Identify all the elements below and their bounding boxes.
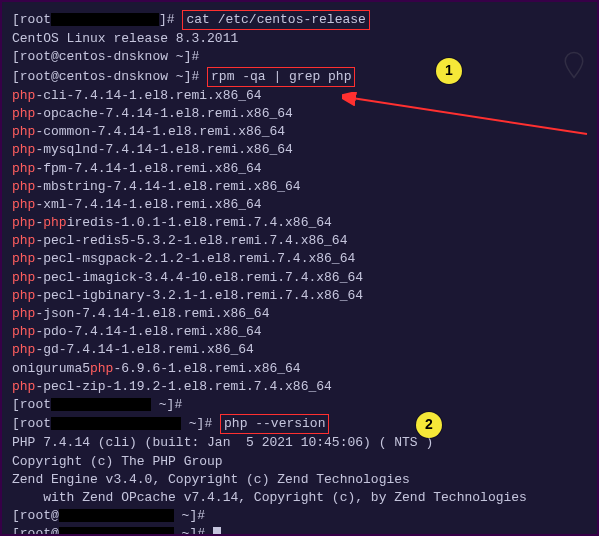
marker-2-icon: 2 — [416, 412, 442, 438]
cmd-rpm-grep: rpm -qa | grep php — [207, 67, 355, 87]
cmd-php-version: php --version — [220, 414, 329, 434]
pkg-line-oniguruma: oniguruma5php-6.9.6-1.el8.remi.x86_64 — [12, 360, 587, 378]
redacted-host — [59, 509, 174, 522]
line-php-ver-3: Zend Engine v3.4.0, Copyright (c) Zend T… — [12, 471, 587, 489]
line-cat-release: [root]# cat /etc/centos-release — [12, 10, 587, 30]
line-php-ver-1: PHP 7.4.14 (cli) (built: Jan 5 2021 10:4… — [12, 434, 587, 452]
watermark-icon — [559, 50, 589, 89]
line-prompt-final-1: [root@ ~]# — [12, 507, 587, 525]
line-prompt-short-1: [root ~]# — [12, 396, 587, 414]
line-php-version: [root ~]# php --version — [12, 414, 587, 434]
redacted-host — [59, 527, 174, 536]
terminal-output: [root]# cat /etc/centos-release CentOS L… — [2, 2, 597, 536]
redacted-host — [51, 398, 151, 411]
pkg-line: php-fpm-7.4.14-1.el8.remi.x86_64 — [12, 160, 587, 178]
pkg-line: php-pecl-imagick-3.4.4-10.el8.remi.7.4.x… — [12, 269, 587, 287]
line-centos-release: CentOS Linux release 8.3.2011 — [12, 30, 587, 48]
line-rpm-grep: [root@centos-dnsknow ~]# rpm -qa | grep … — [12, 67, 587, 87]
pkg-line: php-pecl-redis5-5.3.2-1.el8.remi.7.4.x86… — [12, 232, 587, 250]
pkg-line: php-opcache-7.4.14-1.el8.remi.x86_64 — [12, 105, 587, 123]
pkg-line: php-common-7.4.14-1.el8.remi.x86_64 — [12, 123, 587, 141]
redacted-host — [51, 13, 159, 26]
cursor-icon — [213, 527, 221, 536]
pkg-line: php-mbstring-7.4.14-1.el8.remi.x86_64 — [12, 178, 587, 196]
pkg-line: php-pecl-zip-1.19.2-1.el8.remi.7.4.x86_6… — [12, 378, 587, 396]
line-php-ver-4: with Zend OPcache v7.4.14, Copyright (c)… — [12, 489, 587, 507]
redacted-host — [51, 417, 181, 430]
line-php-ver-2: Copyright (c) The PHP Group — [12, 453, 587, 471]
pkg-line: php-cli-7.4.14-1.el8.remi.x86_64 — [12, 87, 587, 105]
line-prompt-final-2[interactable]: [root@ ~]# — [12, 525, 587, 536]
pkg-line: php-pecl-igbinary-3.2.1-1.el8.remi.7.4.x… — [12, 287, 587, 305]
pkg-line: php-pecl-msgpack-2.1.2-1.el8.remi.7.4.x8… — [12, 250, 587, 268]
pkg-line: php-pdo-7.4.14-1.el8.remi.x86_64 — [12, 323, 587, 341]
marker-1-icon: 1 — [436, 58, 462, 84]
pkg-line: php-json-7.4.14-1.el8.remi.x86_64 — [12, 305, 587, 323]
cmd-cat-release: cat /etc/centos-release — [182, 10, 369, 30]
pkg-line: php-mysqlnd-7.4.14-1.el8.remi.x86_64 — [12, 141, 587, 159]
line-prompt-1: [root@centos-dnsknow ~]# — [12, 48, 587, 66]
pkg-line-phpiredis: php-phpiredis-1.0.1-1.el8.remi.7.4.x86_6… — [12, 214, 587, 232]
pkg-line: php-gd-7.4.14-1.el8.remi.x86_64 — [12, 341, 587, 359]
pkg-line: php-xml-7.4.14-1.el8.remi.x86_64 — [12, 196, 587, 214]
